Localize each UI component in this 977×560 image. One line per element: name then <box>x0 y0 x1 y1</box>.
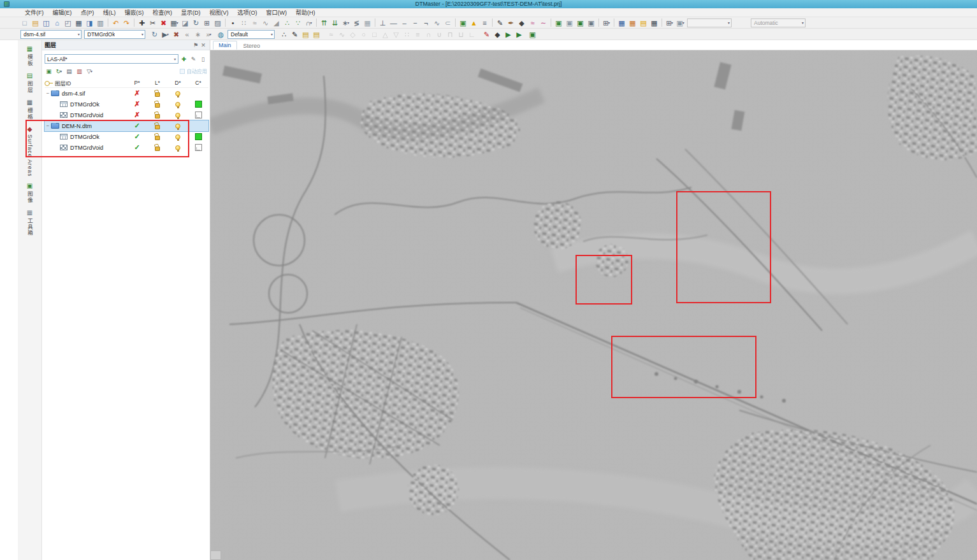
collapse-icon[interactable]: − <box>45 123 51 129</box>
dark-tool-button[interactable]: ◆ <box>493 29 503 39</box>
confirm-check-button[interactable]: ▣ <box>528 29 538 39</box>
zoom-fit-button[interactable]: ∗ <box>193 29 203 39</box>
point-mode-button[interactable]: • <box>228 18 238 28</box>
import-button[interactable]: ◰ <box>63 18 73 28</box>
pen-button[interactable]: ✎ <box>495 18 505 28</box>
table-menu-button[interactable]: ⊞▾ <box>665 18 675 28</box>
visibility-cell[interactable] <box>168 145 188 150</box>
delete-button[interactable]: ✖ <box>159 18 169 28</box>
visibility-cell[interactable] <box>168 124 188 129</box>
color-cell[interactable] <box>188 144 208 151</box>
menu-edit[interactable]: 编辑(E) <box>48 8 76 17</box>
snapshot-button[interactable]: ▣ <box>45 67 53 75</box>
reload-button[interactable]: ↻ <box>150 29 160 39</box>
scale-combo[interactable]: ▾ <box>687 18 732 27</box>
menu-options[interactable]: 选项(O) <box>233 8 262 17</box>
status-cell[interactable]: ✓ <box>127 122 147 130</box>
status-cell[interactable]: ✗ <box>127 100 147 108</box>
menu-help[interactable]: 帮助(H) <box>291 8 320 17</box>
redo-button[interactable]: ↷ <box>122 18 132 28</box>
grid-overlay-button[interactable]: ▦ <box>363 18 373 28</box>
walk-back-button[interactable]: ∵ <box>293 18 303 28</box>
menu-point[interactable]: 点(P) <box>76 8 99 17</box>
spike-up-button[interactable]: ⇈ <box>319 18 329 28</box>
filter-funnel-button[interactable]: ▽▾ <box>85 67 94 75</box>
visibility-cell[interactable] <box>168 102 188 107</box>
delete-filter-button[interactable]: ▯ <box>199 55 207 63</box>
scribble-button[interactable]: ≈ <box>528 18 538 28</box>
sync-button[interactable]: ↻▾ <box>55 67 63 75</box>
refresh-view-button[interactable]: ↻ <box>191 18 201 28</box>
hatch-button[interactable]: ▨ <box>213 18 223 28</box>
save-all-button[interactable]: ▦ <box>74 18 84 28</box>
vtab-layers[interactable]: ▤图层 <box>18 69 41 96</box>
measure-5-button[interactable]: □ <box>370 29 380 39</box>
line-style-button[interactable]: − <box>410 18 421 28</box>
measure-10-button[interactable]: ∩ <box>424 29 434 39</box>
open-project-button[interactable]: ▤ <box>31 18 41 28</box>
menu-line[interactable]: 线(L) <box>99 8 120 17</box>
steps-button[interactable]: ∴ <box>279 29 289 39</box>
slope-button[interactable]: ◢ <box>271 18 282 28</box>
status-cell[interactable]: ✓ <box>127 133 147 141</box>
grid-orange-button[interactable]: ▦ <box>628 18 638 28</box>
dash-style-button[interactable]: – <box>400 18 410 28</box>
measure-2-button[interactable]: ∿ <box>337 29 347 39</box>
tree-col-c[interactable]: C* <box>188 80 208 86</box>
walk-forward-button[interactable]: ∴ <box>282 18 293 28</box>
menu-file[interactable]: 文件(F) <box>20 8 48 17</box>
globe-button[interactable]: ◍ <box>216 29 226 39</box>
red-pen-button[interactable]: ✎ <box>482 29 492 39</box>
layer-stack-button[interactable]: ≡ <box>480 18 490 28</box>
status-cell[interactable]: ✓ <box>127 143 147 152</box>
measure-3-button[interactable]: ◇ <box>348 29 358 39</box>
layer-combo[interactable]: DTMGrdOk▾ <box>84 30 145 39</box>
contours-button[interactable]: ≈ <box>250 18 260 28</box>
mode-combo[interactable]: Automatic▾ <box>751 18 806 27</box>
arc-tools-button[interactable]: ∩▾ <box>304 18 314 28</box>
tree-row-2-dtmgrdvoid[interactable]: DTMGrdVoid✗ <box>45 110 208 120</box>
view-tab-main[interactable]: Main <box>213 41 237 50</box>
database-save-button[interactable]: ▥ <box>96 18 106 28</box>
measure-1-button[interactable]: ≈ <box>326 29 337 39</box>
menu-check[interactable]: 检查(R) <box>148 8 177 17</box>
open-recent-button[interactable]: ⌂ <box>52 18 62 28</box>
profile-button[interactable]: ∿ <box>261 18 271 28</box>
clear-selection-button[interactable]: ✖ <box>171 29 182 39</box>
vtab-templates[interactable]: ▦模板 <box>18 43 41 69</box>
window-green-1-button[interactable]: ▣ <box>554 18 564 28</box>
ladder-button[interactable]: ⊥ <box>378 18 388 28</box>
tree-row-0-dsm-4.sif[interactable]: −dsm-4.sif✗ <box>45 88 208 99</box>
view-preset-combo[interactable]: Default▾ <box>228 30 275 39</box>
mesh-button[interactable]: ⊞ <box>202 18 212 28</box>
ortho-image-button[interactable]: ▣ <box>458 18 468 28</box>
edit-filter-button[interactable]: ✎ <box>189 55 198 63</box>
vtab-toolbox[interactable]: ▦工具箱 <box>18 206 41 240</box>
grid-tools-button[interactable]: ▦▾ <box>170 18 180 28</box>
measure-14-button[interactable]: ∟ <box>467 29 477 39</box>
vtab-images[interactable]: ▣图像 <box>18 180 41 206</box>
hillshade-canvas[interactable] <box>210 50 977 560</box>
collapse-icon[interactable]: − <box>45 90 51 96</box>
tree-col-l[interactable]: L* <box>147 80 168 86</box>
visibility-cell[interactable] <box>168 91 188 96</box>
pointer-mode-button[interactable]: ▶▾ <box>161 29 171 39</box>
lock-cell[interactable] <box>147 101 168 108</box>
menu-mosaic[interactable]: 镶嵌(S) <box>120 8 148 17</box>
save-button[interactable]: ◫ <box>41 18 52 28</box>
lock-cell[interactable] <box>147 145 168 151</box>
status-cell[interactable]: ✗ <box>127 111 147 119</box>
tree-col-d[interactable]: D* <box>168 80 188 86</box>
measure-6-button[interactable]: △ <box>380 29 391 39</box>
monument-button[interactable]: ◆ <box>517 18 527 28</box>
visibility-cell[interactable] <box>168 113 188 118</box>
add-filter-button[interactable]: ✚ <box>180 55 188 63</box>
pin-icon[interactable]: ⚑ <box>192 42 199 48</box>
spike-down-button[interactable]: ⇊ <box>330 18 340 28</box>
status-cell[interactable]: ✗ <box>127 89 147 97</box>
measure-9-button[interactable]: ≡ <box>413 29 423 39</box>
cut-line-button[interactable]: ✂ <box>148 18 158 28</box>
color-cell[interactable] <box>188 101 208 108</box>
window-green-2-button[interactable]: ▣ <box>575 18 586 28</box>
menu-display[interactable]: 显示(D) <box>177 8 205 17</box>
